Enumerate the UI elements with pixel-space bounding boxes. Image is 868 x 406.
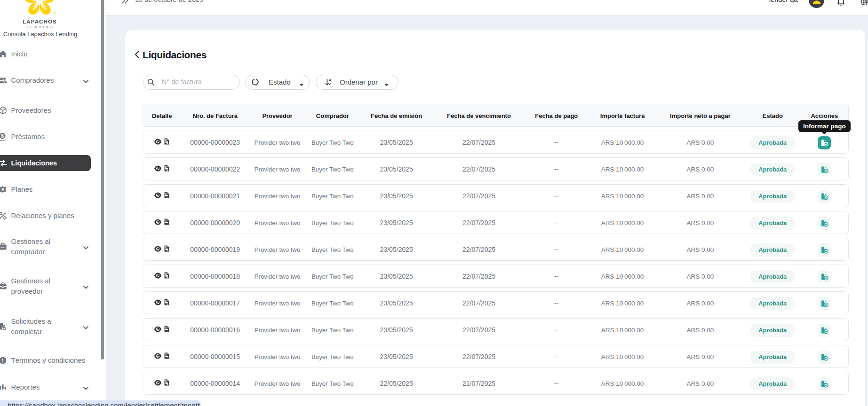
- svg-text:Z: Z: [329, 82, 331, 86]
- svg-text:$: $: [1, 133, 4, 139]
